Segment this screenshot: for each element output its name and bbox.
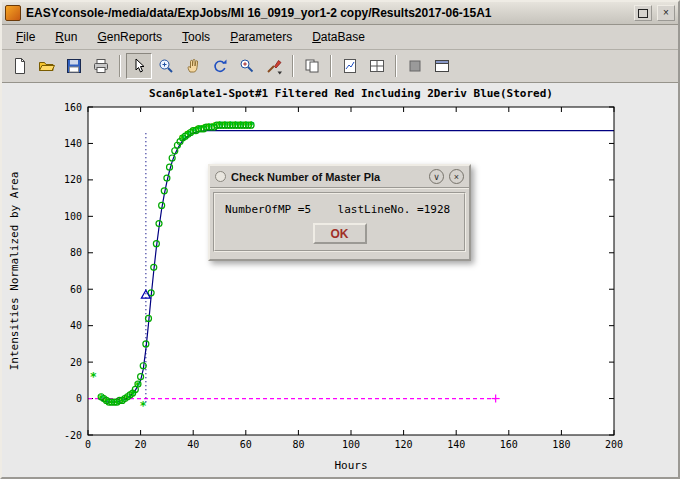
svg-text:40: 40 [187,439,199,450]
svg-text:*: * [247,119,254,133]
svg-text:20: 20 [135,439,147,450]
svg-text:-20: -20 [64,430,82,441]
subplot-grid-icon [368,57,386,75]
svg-text:*: * [90,370,97,384]
pan-hand-icon [184,57,202,75]
dialog-title: Check Number of Master Pla [231,171,424,183]
svg-text:*: * [134,379,141,393]
svg-text:120: 120 [395,439,413,450]
svg-text:Intensities Normalized by Area: Intensities Normalized by Area [8,172,21,371]
zoom-in-icon [157,57,175,75]
stop-button[interactable] [402,53,428,79]
dialog-message: NumberOfMP =5 lastLineNo. =1928 [225,203,454,216]
dialog-icon [215,171,226,182]
toolbar-separator [119,55,121,77]
svg-text:100: 100 [64,211,82,222]
svg-text:40: 40 [70,320,82,331]
menu-file[interactable]: File [8,27,43,47]
rotate-icon [211,57,229,75]
chart-svg: 020406080100120140160180200-200204060801… [2,83,678,477]
new-file-button[interactable] [7,53,33,79]
menu-tools[interactable]: Tools [174,27,218,47]
svg-text:*: * [140,399,147,413]
svg-text:20: 20 [70,357,82,368]
ok-button[interactable]: OK [313,223,367,244]
data-cursor-button[interactable] [234,53,260,79]
svg-text:100: 100 [342,439,360,450]
window-frame-button[interactable] [429,53,455,79]
svg-text:180: 180 [552,439,570,450]
svg-text:Scan6plate1-Spot#1 Filtered Re: Scan6plate1-Spot#1 Filtered Red Includin… [149,87,553,100]
cursor-icon [130,57,148,75]
dialog-collapse-button[interactable]: ∨ [429,169,444,184]
dialog-titlebar: Check Number of Master Pla ∨ × [210,166,469,189]
svg-text:160: 160 [500,439,518,450]
open-folder-button[interactable] [34,53,60,79]
svg-text:120: 120 [64,174,82,185]
svg-text:80: 80 [70,247,82,258]
toolbar [2,50,678,83]
maximize-button[interactable] [634,5,652,21]
dialog-close-button[interactable]: × [449,169,464,184]
svg-text:80: 80 [292,439,304,450]
window-frame-icon [433,57,451,75]
brush-icon [265,57,283,75]
svg-text:0: 0 [85,439,91,450]
svg-text:60: 60 [70,284,82,295]
save-button[interactable] [61,53,87,79]
data-cursor-icon [238,57,256,75]
plot-doc-button[interactable] [337,53,363,79]
figure-area: 020406080100120140160180200-200204060801… [2,83,678,479]
toolbar-separator [292,55,294,77]
zoom-in-button[interactable] [153,53,179,79]
svg-text:140: 140 [447,439,465,450]
dialog-body: NumberOfMP =5 lastLineNo. =1928 OK [213,192,466,252]
svg-text:Hours: Hours [334,459,367,472]
toolbar-separator [330,55,332,77]
menu-run[interactable]: Run [47,27,85,47]
toolbar-separator [395,55,397,77]
menu-parameters[interactable]: Parameters [222,27,300,47]
check-master-plate-dialog: Check Number of Master Pla ∨ × NumberOfM… [208,164,471,261]
menu-database[interactable]: DataBase [304,27,373,47]
app-icon[interactable] [5,5,21,21]
rotate-button[interactable] [207,53,233,79]
save-icon [65,57,83,75]
close-button[interactable]: × [657,5,675,21]
svg-text:60: 60 [240,439,252,450]
brush-button[interactable] [261,53,287,79]
cursor-button[interactable] [126,53,152,79]
new-file-icon [11,57,29,75]
svg-text:140: 140 [64,138,82,149]
menu-genreports[interactable]: GenReports [89,27,170,47]
subplot-grid-button[interactable] [364,53,390,79]
svg-text:160: 160 [64,102,82,113]
main-window: EASYconsole-/media/data/ExpJobs/MI 16_09… [0,0,680,479]
print-button[interactable] [88,53,114,79]
titlebar: EASYconsole-/media/data/ExpJobs/MI 16_09… [2,2,678,25]
window-title: EASYconsole-/media/data/ExpJobs/MI 16_09… [26,6,629,20]
pan-hand-button[interactable] [180,53,206,79]
stop-square-icon [406,57,424,75]
copy-figure-button[interactable] [299,53,325,79]
maximize-icon [638,9,648,18]
plot-doc-icon [341,57,359,75]
copy-figure-icon [303,57,321,75]
menubar: File Run GenReports Tools Parameters Dat… [2,25,678,50]
svg-text:0: 0 [76,393,82,404]
print-icon [92,57,110,75]
open-folder-icon [38,57,56,75]
svg-text:200: 200 [605,439,623,450]
